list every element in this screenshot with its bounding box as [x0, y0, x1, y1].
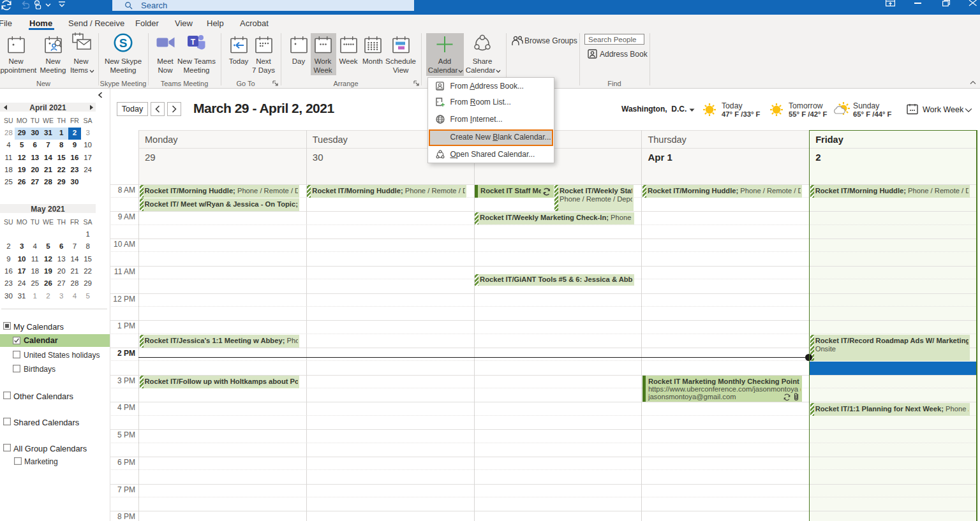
- svg-text:S: S: [119, 36, 128, 50]
- svg-text:T: T: [191, 38, 196, 47]
